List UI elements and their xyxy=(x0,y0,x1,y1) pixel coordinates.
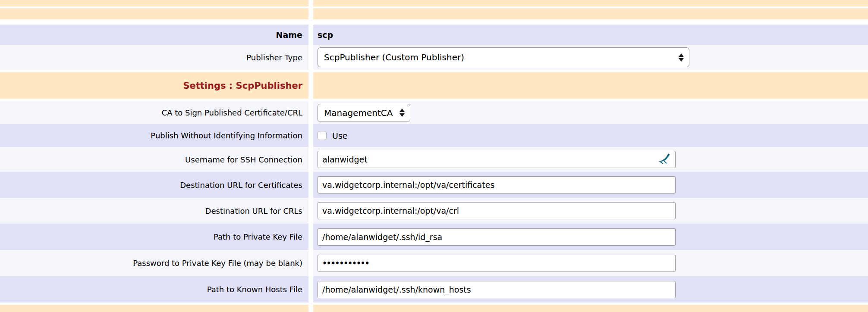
known-hosts-input[interactable] xyxy=(318,281,676,298)
name-row: Name scp xyxy=(0,25,868,45)
name-label: Name xyxy=(276,30,302,40)
crl-url-label: Destination URL for CRLs xyxy=(205,206,302,215)
anonymize-checkbox[interactable] xyxy=(318,131,327,140)
crl-url-row: Destination URL for CRLs xyxy=(0,198,868,224)
column-gap xyxy=(308,172,313,198)
known-hosts-label: Path to Known Hosts File xyxy=(207,285,302,294)
column-gap xyxy=(308,45,313,70)
username-input[interactable] xyxy=(318,151,676,168)
column-gap xyxy=(308,198,313,224)
row-divider xyxy=(0,19,868,25)
cert-url-input[interactable] xyxy=(318,176,676,193)
column-gap xyxy=(308,305,313,312)
publisher-type-selected-option: ScpPublisher (Custom Publisher) xyxy=(324,52,464,62)
privkey-path-label: Path to Private Key File xyxy=(214,232,302,241)
publisher-type-label: Publisher Type xyxy=(246,53,302,62)
username-row: Username for SSH Connection xyxy=(0,147,868,172)
settings-heading: Settings : ScpPublisher xyxy=(183,81,302,91)
top-band-2 xyxy=(0,8,868,19)
settings-heading-row: Settings : ScpPublisher xyxy=(0,72,868,99)
column-gap xyxy=(308,250,313,276)
cert-url-label: Destination URL for Certificates xyxy=(180,181,302,190)
column-gap xyxy=(308,8,313,19)
privkey-path-row: Path to Private Key File xyxy=(0,224,868,250)
column-gap xyxy=(308,124,313,147)
column-gap xyxy=(308,72,313,99)
ca-select[interactable]: ManagementCA xyxy=(318,104,410,122)
cert-url-row: Destination URL for Certificates xyxy=(0,172,868,198)
known-hosts-row: Path to Known Hosts File xyxy=(0,276,868,303)
publisher-type-row: Publisher Type ScpPublisher (Custom Publ… xyxy=(0,45,868,70)
select-arrows-icon xyxy=(399,109,405,117)
anonymize-label: Publish Without Identifying Information xyxy=(151,131,302,140)
anonymize-row: Publish Without Identifying Information … xyxy=(0,124,868,147)
ca-label: CA to Sign Published Certificate/CRL xyxy=(162,108,302,117)
select-arrows-icon xyxy=(679,53,684,62)
column-gap xyxy=(308,25,313,45)
column-gap xyxy=(308,0,313,6)
privkey-path-input[interactable] xyxy=(318,228,676,246)
ca-row: CA to Sign Published Certificate/CRL Man… xyxy=(0,101,868,124)
top-band-1 xyxy=(0,0,868,6)
column-gap xyxy=(308,101,313,124)
name-value: scp xyxy=(318,30,333,40)
crl-url-input[interactable] xyxy=(318,202,676,219)
ca-selected-option: ManagementCA xyxy=(324,108,393,118)
anonymize-checkbox-label: Use xyxy=(332,131,348,140)
privkey-password-label: Password to Private Key File (may be bla… xyxy=(133,259,302,268)
column-gap xyxy=(308,224,313,250)
column-gap xyxy=(308,147,313,172)
privkey-password-row: Password to Private Key File (may be bla… xyxy=(0,250,868,276)
column-gap xyxy=(308,276,313,303)
autofill-impala-icon[interactable] xyxy=(657,153,671,164)
username-label: Username for SSH Connection xyxy=(185,155,302,164)
bottom-band xyxy=(0,305,868,312)
publisher-type-select[interactable]: ScpPublisher (Custom Publisher) xyxy=(318,47,689,67)
privkey-password-input[interactable] xyxy=(318,255,676,272)
